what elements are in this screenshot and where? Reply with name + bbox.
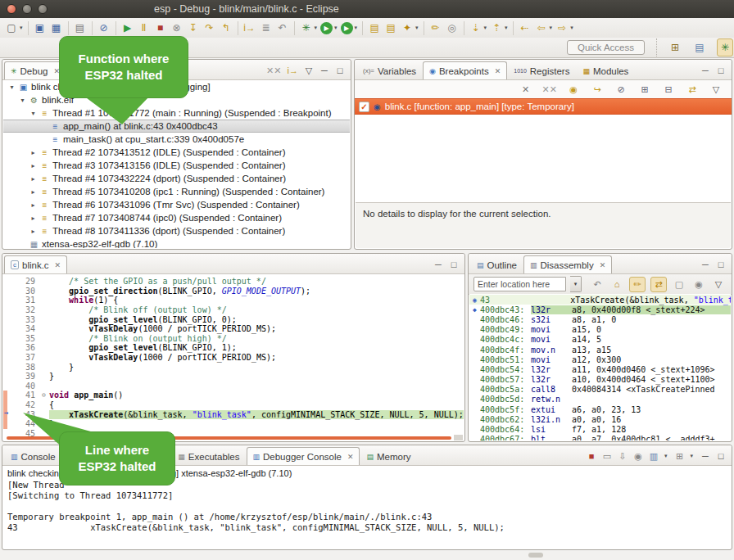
new-button[interactable]: ▢ xyxy=(4,20,19,36)
annotation-ruler[interactable] xyxy=(3,287,14,296)
disassembly-line[interactable]: 400dbc67:blta0, a7, 0x400dbc81 <__adddf3… xyxy=(469,435,731,440)
disassembly-line[interactable]: 400dbc4c:movia14, 5 xyxy=(469,335,731,345)
expand-all-button[interactable]: ⊞ xyxy=(637,83,652,96)
search-button[interactable]: ✦ xyxy=(400,20,415,36)
debug-view-menu-button[interactable]: ▽ xyxy=(304,65,314,76)
code-line[interactable]: 39} xyxy=(3,372,464,382)
save-button[interactable]: ▣ xyxy=(33,20,48,36)
code-line[interactable]: 34 vTaskDelay(1000 / portTICK_PERIOD_MS)… xyxy=(3,324,464,334)
location-input[interactable]: Enter location here xyxy=(473,277,566,291)
disassembly-line[interactable]: 400dbc5a:call80x40084314 <xTaskCreatePin… xyxy=(469,385,731,395)
console-minimize-button[interactable]: ─ xyxy=(700,450,710,462)
horizontal-scrollbar-grip[interactable] xyxy=(528,553,543,558)
debug-tree-row[interactable]: ▸≡Thread #5 1073410208 (ipc1 : Running) … xyxy=(3,185,350,198)
terminate-button[interactable]: ■ xyxy=(153,20,168,36)
display-selected-console-button-dropdown-icon[interactable]: ▾ xyxy=(664,453,668,459)
tab-modules[interactable]: ▦ Modules xyxy=(576,61,635,79)
show-breakpoints-for-selection-button[interactable]: ◉ xyxy=(566,83,581,96)
open-element-button[interactable]: ▤ xyxy=(367,20,382,36)
code-line[interactable]: 42{ xyxy=(3,400,464,410)
disassembly-line[interactable]: 400dbc46:s32ia8, a1, 0 xyxy=(469,314,731,324)
window-minimize-button[interactable] xyxy=(22,4,32,14)
tab-registers[interactable]: 1010 Registers xyxy=(507,61,576,79)
breakpoint-row[interactable]: ✓ ◉ blink.c [function: app_main] [type: … xyxy=(355,98,732,115)
disassembly-line[interactable]: 400dbc5f:extuia6, a0, 23, 13 xyxy=(469,404,731,414)
disassembly-line[interactable]: 400dbc54:l32ra11, 0x400d0460 <_stext+109… xyxy=(469,364,731,374)
tab-executables[interactable]: ▦Executables xyxy=(171,447,246,465)
debug-tree-row[interactable]: ▸≡Thread #3 1073413156 (IDLE) (Suspended… xyxy=(3,159,350,172)
breakpoint-checkbox[interactable]: ✓ xyxy=(359,102,369,112)
suspend-button[interactable]: Ⅱ xyxy=(137,20,152,36)
disassembly-line[interactable]: ◉43 xTaskCreate(&blink_task, "blink_tas xyxy=(469,295,731,305)
tab-breakpoints[interactable]: ◉ Breakpoints ✕ xyxy=(423,61,507,79)
debug-maximize-button[interactable]: □ xyxy=(335,65,345,76)
debug-tree-row[interactable]: ▸≡Thread #8 1073411336 (dport) (Suspende… xyxy=(3,224,350,237)
annotation-ruler[interactable] xyxy=(3,362,14,372)
tab-console[interactable]: ▥Console xyxy=(4,447,62,465)
open-resource-button[interactable]: ▤ xyxy=(383,20,398,36)
tab-disassembly-close-icon[interactable]: ✕ xyxy=(600,261,606,269)
go-to-file-button[interactable]: ↪ xyxy=(590,83,605,96)
disconnect-button[interactable]: ⊗ xyxy=(170,20,184,36)
breakpoints-view-menu-button[interactable]: ▽ xyxy=(709,83,723,96)
fold-marker-icon[interactable]: ⊖ xyxy=(39,391,49,399)
instruction-step-toggle-button[interactable]: i→ xyxy=(288,65,298,76)
tab-memory[interactable]: ▤Memory xyxy=(360,447,417,465)
tab-disassembly[interactable]: ▥ Disassembly ✕ xyxy=(523,255,612,273)
disassembly-minimize-button[interactable]: ─ xyxy=(700,259,710,270)
tab-outline[interactable]: ▤ Outline xyxy=(470,255,523,273)
disassembly-line[interactable]: 400dbc57:l32ra10, 0x400d0464 <_stext+110… xyxy=(469,375,731,385)
annotation-ruler[interactable] xyxy=(3,277,14,287)
code-line[interactable]: 30 gpio_set_direction(BLINK_GPIO, GPIO_M… xyxy=(3,287,464,296)
new-button-dropdown-icon[interactable]: ▾ xyxy=(20,25,23,31)
annotation-ruler[interactable]: → xyxy=(3,409,14,419)
annotation-ruler[interactable] xyxy=(3,305,14,315)
location-dropdown-icon[interactable]: ▾ xyxy=(570,276,582,292)
disassembly-line[interactable]: ◆400dbc43:l32ra8, 0x400d00f8 <_stext+224… xyxy=(469,305,731,314)
code-line[interactable]: 36 gpio_set_level(BLINK_GPIO, 1); xyxy=(3,343,464,353)
annotation-ruler[interactable] xyxy=(3,382,14,391)
debug-tree-row[interactable]: ▸≡Thread #7 1073408744 (ipc0) (Suspended… xyxy=(3,211,350,224)
tree-twisty-icon[interactable]: ▸ xyxy=(28,162,39,169)
debug-tree-row[interactable]: ▦xtensa-esp32-elf-gdb (7.10) xyxy=(3,237,350,248)
console-terminate-button[interactable]: ■ xyxy=(587,450,596,462)
annotation-ruler[interactable] xyxy=(3,353,14,363)
display-selected-console-button[interactable]: ▥ xyxy=(649,450,659,462)
collapse-all-button[interactable]: ⊟ xyxy=(661,83,676,96)
external-tools-button[interactable]: ▶ xyxy=(341,22,353,34)
annotation-ruler[interactable] xyxy=(3,419,14,429)
tree-twisty-icon[interactable]: ▸ xyxy=(28,215,39,222)
forward-button-dropdown-icon[interactable]: ▾ xyxy=(570,25,573,31)
pin-disasm-view-button[interactable]: ◉ xyxy=(691,278,706,291)
editor-minimize-button[interactable]: ─ xyxy=(433,259,443,270)
mark-occurrences-button[interactable]: ✏ xyxy=(428,20,443,36)
debug-perspective-button[interactable]: ✳ xyxy=(717,38,733,56)
code-line[interactable]: →43 xTaskCreate(&blink_task, "blink_task… xyxy=(3,409,464,419)
back-button[interactable]: ⇦ xyxy=(534,20,549,36)
code-line[interactable]: 35 /* Blink on (output high) */ xyxy=(3,334,464,344)
disassembly-line[interactable]: 400dbc64:lsif7, a1, 128 xyxy=(469,424,731,434)
build-button[interactable]: ▤ xyxy=(73,20,88,36)
remove-all-terminated-button[interactable]: ✕✕ xyxy=(266,65,281,76)
annotation-ruler[interactable] xyxy=(3,334,14,344)
disassembly-listing[interactable]: ◉43 xTaskCreate(&blink_task, "blink_tas◆… xyxy=(469,294,731,440)
debug-tree-row[interactable]: ≡app_main() at blink.c:43 0x400dbc43 xyxy=(3,120,350,133)
skip-breakpoints-button[interactable]: ⊘ xyxy=(614,83,628,96)
quick-access-input[interactable]: Quick Access xyxy=(567,40,645,55)
cpp-perspective-button[interactable]: ▤ xyxy=(692,39,707,56)
annotation-ruler[interactable] xyxy=(3,296,14,305)
clear-console-button[interactable]: ▭ xyxy=(602,450,612,462)
link-with-debug-button[interactable]: ⇄ xyxy=(685,83,700,96)
breakpoints-maximize-button[interactable]: □ xyxy=(716,65,726,76)
open-perspective-button[interactable]: ⊞ xyxy=(668,39,682,56)
disasm-home-button[interactable]: ⌂ xyxy=(609,278,624,291)
step-over-button[interactable]: ↷ xyxy=(202,20,217,36)
remove-breakpoint-button[interactable]: ✕ xyxy=(519,83,533,96)
back-button-dropdown-icon[interactable]: ▾ xyxy=(550,25,553,31)
tab-breakpoints-close-icon[interactable]: ✕ xyxy=(495,67,501,75)
disasm-refresh-button[interactable]: ↶ xyxy=(590,278,605,291)
debug-tree-row[interactable]: ▸≡Thread #2 1073413512 (IDLE) (Suspended… xyxy=(3,146,350,159)
external-browser-button[interactable]: ◎ xyxy=(445,20,460,36)
code-line[interactable]: 31 while(1) { xyxy=(3,296,464,305)
disassembly-line[interactable]: 400dbc62:l32i.na0, a0, 16 xyxy=(469,414,731,424)
